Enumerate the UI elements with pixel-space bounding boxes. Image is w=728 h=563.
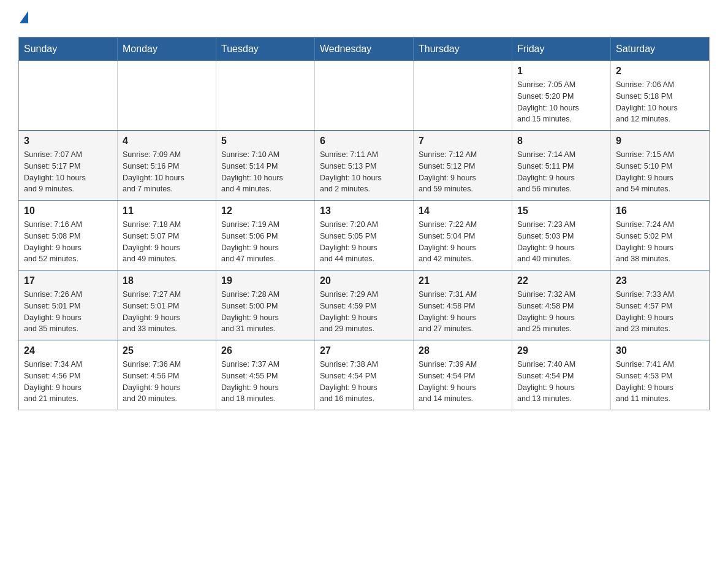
calendar-cell: 30Sunrise: 7:41 AM Sunset: 4:53 PM Dayli… — [611, 340, 710, 410]
calendar-cell: 10Sunrise: 7:16 AM Sunset: 5:08 PM Dayli… — [19, 201, 118, 270]
day-info: Sunrise: 7:36 AM Sunset: 4:56 PM Dayligh… — [123, 359, 211, 405]
weekday-header-sunday: Sunday — [19, 37, 118, 61]
day-number: 26 — [221, 345, 309, 356]
day-info: Sunrise: 7:40 AM Sunset: 4:54 PM Dayligh… — [517, 359, 605, 405]
day-number: 29 — [517, 345, 605, 356]
page-header — [18, 12, 710, 25]
day-number: 27 — [320, 345, 408, 356]
day-info: Sunrise: 7:18 AM Sunset: 5:07 PM Dayligh… — [123, 219, 211, 265]
calendar-cell: 23Sunrise: 7:33 AM Sunset: 4:57 PM Dayli… — [611, 270, 710, 340]
calendar-cell: 14Sunrise: 7:22 AM Sunset: 5:04 PM Dayli… — [414, 201, 512, 270]
logo-triangle-icon — [20, 11, 28, 23]
day-number: 17 — [24, 275, 112, 286]
calendar-cell: 4Sunrise: 7:09 AM Sunset: 5:16 PM Daylig… — [118, 131, 216, 201]
calendar-cell: 6Sunrise: 7:11 AM Sunset: 5:13 PM Daylig… — [315, 131, 414, 201]
calendar-cell — [414, 61, 512, 131]
calendar-week-row: 3Sunrise: 7:07 AM Sunset: 5:17 PM Daylig… — [19, 131, 710, 201]
calendar-cell: 24Sunrise: 7:34 AM Sunset: 4:56 PM Dayli… — [19, 340, 118, 410]
calendar-table: SundayMondayTuesdayWednesdayThursdayFrid… — [18, 37, 710, 410]
calendar-cell — [315, 61, 414, 131]
logo — [18, 12, 28, 25]
calendar-week-row: 10Sunrise: 7:16 AM Sunset: 5:08 PM Dayli… — [19, 201, 710, 270]
day-number: 28 — [419, 345, 507, 356]
weekday-header-thursday: Thursday — [414, 37, 512, 61]
day-info: Sunrise: 7:28 AM Sunset: 5:00 PM Dayligh… — [221, 289, 309, 335]
day-number: 23 — [616, 275, 704, 286]
calendar-cell: 21Sunrise: 7:31 AM Sunset: 4:58 PM Dayli… — [414, 270, 512, 340]
day-info: Sunrise: 7:27 AM Sunset: 5:01 PM Dayligh… — [123, 289, 211, 335]
calendar-cell — [216, 61, 315, 131]
calendar-cell: 19Sunrise: 7:28 AM Sunset: 5:00 PM Dayli… — [216, 270, 315, 340]
calendar-week-row: 17Sunrise: 7:26 AM Sunset: 5:01 PM Dayli… — [19, 270, 710, 340]
day-number: 18 — [123, 275, 211, 286]
day-number: 21 — [419, 275, 507, 286]
day-number: 16 — [616, 205, 704, 216]
calendar-week-row: 1Sunrise: 7:05 AM Sunset: 5:20 PM Daylig… — [19, 61, 710, 131]
day-info: Sunrise: 7:24 AM Sunset: 5:02 PM Dayligh… — [616, 219, 704, 265]
day-info: Sunrise: 7:32 AM Sunset: 4:58 PM Dayligh… — [517, 289, 605, 335]
day-info: Sunrise: 7:23 AM Sunset: 5:03 PM Dayligh… — [517, 219, 605, 265]
calendar-cell: 7Sunrise: 7:12 AM Sunset: 5:12 PM Daylig… — [414, 131, 512, 201]
calendar-cell: 18Sunrise: 7:27 AM Sunset: 5:01 PM Dayli… — [118, 270, 216, 340]
day-info: Sunrise: 7:33 AM Sunset: 4:57 PM Dayligh… — [616, 289, 704, 335]
calendar-cell: 8Sunrise: 7:14 AM Sunset: 5:11 PM Daylig… — [512, 131, 611, 201]
calendar-cell: 12Sunrise: 7:19 AM Sunset: 5:06 PM Dayli… — [216, 201, 315, 270]
day-info: Sunrise: 7:05 AM Sunset: 5:20 PM Dayligh… — [517, 79, 605, 125]
day-info: Sunrise: 7:29 AM Sunset: 4:59 PM Dayligh… — [320, 289, 408, 335]
day-number: 10 — [24, 205, 112, 216]
calendar-week-row: 24Sunrise: 7:34 AM Sunset: 4:56 PM Dayli… — [19, 340, 710, 410]
day-number: 20 — [320, 275, 408, 286]
calendar-cell — [118, 61, 216, 131]
day-info: Sunrise: 7:37 AM Sunset: 4:55 PM Dayligh… — [221, 359, 309, 405]
day-info: Sunrise: 7:12 AM Sunset: 5:12 PM Dayligh… — [419, 149, 507, 195]
day-number: 12 — [221, 205, 309, 216]
day-info: Sunrise: 7:16 AM Sunset: 5:08 PM Dayligh… — [24, 219, 112, 265]
day-number: 2 — [616, 66, 704, 77]
day-info: Sunrise: 7:10 AM Sunset: 5:14 PM Dayligh… — [221, 149, 309, 195]
day-number: 4 — [123, 136, 211, 147]
day-number: 19 — [221, 275, 309, 286]
weekday-header-wednesday: Wednesday — [315, 37, 414, 61]
weekday-header-friday: Friday — [512, 37, 611, 61]
calendar-cell: 9Sunrise: 7:15 AM Sunset: 5:10 PM Daylig… — [611, 131, 710, 201]
calendar-cell: 15Sunrise: 7:23 AM Sunset: 5:03 PM Dayli… — [512, 201, 611, 270]
day-info: Sunrise: 7:20 AM Sunset: 5:05 PM Dayligh… — [320, 219, 408, 265]
day-info: Sunrise: 7:19 AM Sunset: 5:06 PM Dayligh… — [221, 219, 309, 265]
calendar-cell: 20Sunrise: 7:29 AM Sunset: 4:59 PM Dayli… — [315, 270, 414, 340]
day-number: 9 — [616, 136, 704, 147]
day-info: Sunrise: 7:14 AM Sunset: 5:11 PM Dayligh… — [517, 149, 605, 195]
day-number: 1 — [517, 66, 605, 77]
calendar-cell: 27Sunrise: 7:38 AM Sunset: 4:54 PM Dayli… — [315, 340, 414, 410]
day-number: 5 — [221, 136, 309, 147]
day-number: 22 — [517, 275, 605, 286]
calendar-cell — [19, 61, 118, 131]
calendar-cell: 28Sunrise: 7:39 AM Sunset: 4:54 PM Dayli… — [414, 340, 512, 410]
calendar-cell: 13Sunrise: 7:20 AM Sunset: 5:05 PM Dayli… — [315, 201, 414, 270]
day-number: 15 — [517, 205, 605, 216]
calendar-cell: 11Sunrise: 7:18 AM Sunset: 5:07 PM Dayli… — [118, 201, 216, 270]
day-info: Sunrise: 7:41 AM Sunset: 4:53 PM Dayligh… — [616, 359, 704, 405]
day-info: Sunrise: 7:38 AM Sunset: 4:54 PM Dayligh… — [320, 359, 408, 405]
calendar-cell: 22Sunrise: 7:32 AM Sunset: 4:58 PM Dayli… — [512, 270, 611, 340]
day-number: 11 — [123, 205, 211, 216]
weekday-header-row: SundayMondayTuesdayWednesdayThursdayFrid… — [19, 37, 710, 61]
day-info: Sunrise: 7:11 AM Sunset: 5:13 PM Dayligh… — [320, 149, 408, 195]
weekday-header-monday: Monday — [118, 37, 216, 61]
day-number: 25 — [123, 345, 211, 356]
weekday-header-saturday: Saturday — [611, 37, 710, 61]
calendar-cell: 3Sunrise: 7:07 AM Sunset: 5:17 PM Daylig… — [19, 131, 118, 201]
day-info: Sunrise: 7:06 AM Sunset: 5:18 PM Dayligh… — [616, 79, 704, 125]
day-info: Sunrise: 7:07 AM Sunset: 5:17 PM Dayligh… — [24, 149, 112, 195]
day-info: Sunrise: 7:34 AM Sunset: 4:56 PM Dayligh… — [24, 359, 112, 405]
day-number: 3 — [24, 136, 112, 147]
day-info: Sunrise: 7:15 AM Sunset: 5:10 PM Dayligh… — [616, 149, 704, 195]
calendar-cell: 17Sunrise: 7:26 AM Sunset: 5:01 PM Dayli… — [19, 270, 118, 340]
day-info: Sunrise: 7:22 AM Sunset: 5:04 PM Dayligh… — [419, 219, 507, 265]
calendar-cell: 1Sunrise: 7:05 AM Sunset: 5:20 PM Daylig… — [512, 61, 611, 131]
day-number: 7 — [419, 136, 507, 147]
calendar-cell: 5Sunrise: 7:10 AM Sunset: 5:14 PM Daylig… — [216, 131, 315, 201]
day-info: Sunrise: 7:09 AM Sunset: 5:16 PM Dayligh… — [123, 149, 211, 195]
calendar-cell: 29Sunrise: 7:40 AM Sunset: 4:54 PM Dayli… — [512, 340, 611, 410]
calendar-cell: 2Sunrise: 7:06 AM Sunset: 5:18 PM Daylig… — [611, 61, 710, 131]
weekday-header-tuesday: Tuesday — [216, 37, 315, 61]
